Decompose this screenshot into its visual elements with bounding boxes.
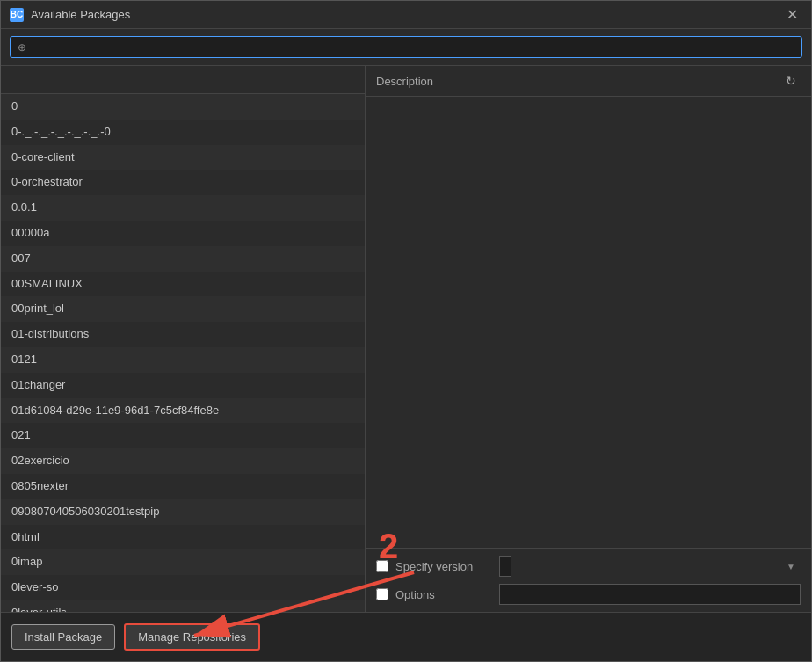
specify-version-select[interactable] xyxy=(499,556,511,577)
list-item[interactable]: 0121 xyxy=(1,347,365,373)
list-item[interactable]: 0-._.-._.-._.-._.-._.-0 xyxy=(1,120,365,145)
list-item[interactable]: 0-orchestrator xyxy=(1,170,365,195)
main-content: 00-._.-._.-._.-._.-._.-00-core-client0-o… xyxy=(1,66,811,612)
list-item[interactable]: 00SMALINUX xyxy=(1,272,365,297)
options-row: Options xyxy=(376,584,801,605)
description-area xyxy=(366,97,811,548)
options-checkbox[interactable] xyxy=(376,588,388,600)
list-item[interactable]: 0-core-client xyxy=(1,145,365,171)
window-title: Available Packages xyxy=(31,8,130,21)
search-icon: ⊕ xyxy=(18,41,26,54)
list-item[interactable]: 02exercicio xyxy=(1,448,365,474)
manage-repositories-button[interactable]: Manage Repositories xyxy=(124,623,260,651)
list-item[interactable]: 021 xyxy=(1,423,365,448)
list-item[interactable]: 0html xyxy=(1,525,365,550)
specify-version-row: Specify version ▼ xyxy=(376,556,801,577)
select-arrow-icon: ▼ xyxy=(787,562,795,571)
specify-version-select-wrapper: ▼ xyxy=(499,556,801,577)
list-item[interactable]: 090807040506030201testpip xyxy=(1,499,365,525)
list-item[interactable]: 01-distributions xyxy=(1,322,365,347)
list-item[interactable]: 00000a xyxy=(1,221,365,246)
title-bar-left: BC Available Packages xyxy=(10,8,130,22)
list-item[interactable]: 0.0.1 xyxy=(1,195,365,221)
right-panel-header: Description ↻ xyxy=(366,66,811,97)
search-bar: ⊕ xyxy=(1,29,811,66)
specify-version-checkbox[interactable] xyxy=(376,560,388,572)
footer: Install Package Manage Repositories xyxy=(1,612,811,661)
available-packages-dialog: BC Available Packages ✕ ⊕ 00-._.-._.-._.… xyxy=(0,0,812,662)
search-input-wrapper: ⊕ xyxy=(10,36,802,58)
list-item[interactable]: 00print_lol xyxy=(1,296,365,322)
title-bar: BC Available Packages ✕ xyxy=(1,1,811,29)
description-label: Description xyxy=(376,75,433,88)
install-package-button[interactable]: Install Package xyxy=(11,624,115,650)
list-item[interactable]: 0lever-so xyxy=(1,575,365,600)
list-item[interactable]: 0805nexter xyxy=(1,474,365,499)
list-item[interactable]: 0lever-utils xyxy=(1,600,365,612)
bottom-options: Specify version ▼ Options xyxy=(366,548,811,612)
search-input[interactable] xyxy=(32,40,794,54)
left-panel-header xyxy=(1,66,365,94)
list-item[interactable]: 01changer xyxy=(1,373,365,398)
package-list[interactable]: 00-._.-._.-._.-._.-._.-00-core-client0-o… xyxy=(1,94,365,612)
options-input[interactable] xyxy=(499,584,801,605)
list-item[interactable]: 007 xyxy=(1,246,365,272)
options-label: Options xyxy=(395,588,492,601)
left-panel: 00-._.-._.-._.-._.-._.-00-core-client0-o… xyxy=(1,66,366,612)
list-item[interactable]: 0 xyxy=(1,94,365,120)
list-item[interactable]: 01d61084-d29e-11e9-96d1-7c5cf84ffe8e xyxy=(1,398,365,424)
close-button[interactable]: ✕ xyxy=(781,4,802,25)
list-item[interactable]: 0imap xyxy=(1,549,365,575)
app-icon: BC xyxy=(10,8,24,22)
specify-version-label: Specify version xyxy=(395,560,492,573)
right-panel: Description ↻ Specify version ▼ xyxy=(366,66,811,612)
refresh-button[interactable]: ↻ xyxy=(781,71,801,91)
